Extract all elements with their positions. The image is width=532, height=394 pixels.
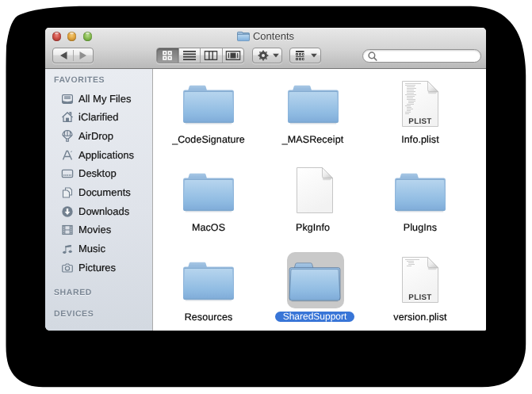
svg-text:PLIST: PLIST xyxy=(408,117,431,126)
svg-text:PLIST: PLIST xyxy=(408,293,431,301)
